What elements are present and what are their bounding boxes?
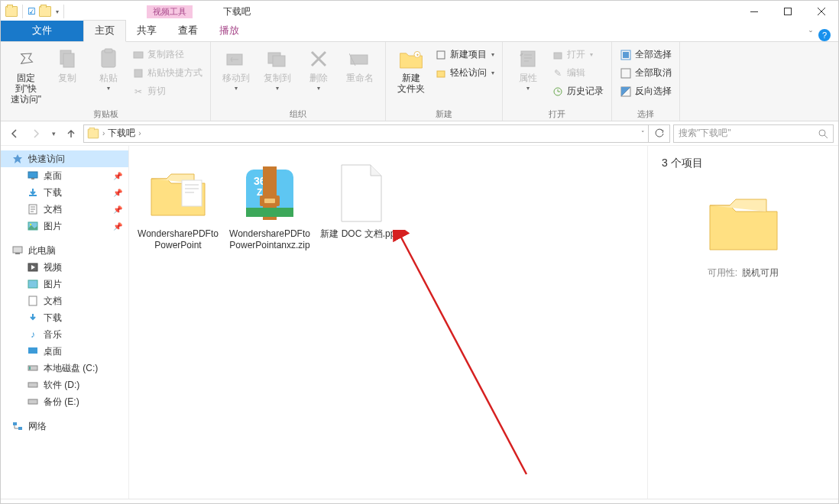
pin-label: 固定到"快 速访问" xyxy=(7,73,45,105)
minimize-button[interactable] xyxy=(737,1,771,22)
qat-open-icon[interactable] xyxy=(39,6,51,17)
rename-button[interactable]: 重命名 xyxy=(341,45,379,83)
content-area: WondersharePDFtoPowerPoint 360ZIP Wonder… xyxy=(129,146,838,499)
pin-to-quick-access-button[interactable]: 固定到"快 速访问" xyxy=(7,45,45,105)
address-bar: ▾ › 下载吧 › ˅ 搜索"下载吧" xyxy=(1,121,838,146)
label: 桌面 xyxy=(44,170,62,183)
sidebar-item-pictures-2[interactable]: 图片 xyxy=(1,276,128,292)
group-title-organize: 组织 xyxy=(290,107,306,121)
crumb-item[interactable]: 下载吧 xyxy=(108,127,135,140)
label: 桌面 xyxy=(44,345,62,358)
open-label: 打开 xyxy=(567,48,585,61)
maximize-button[interactable] xyxy=(771,1,805,22)
chevron-right-icon[interactable]: › xyxy=(138,129,141,137)
sidebar-item-disk-c[interactable]: 本地磁盘 (C:) xyxy=(1,360,128,376)
svg-rect-25 xyxy=(28,172,37,178)
sidebar-item-documents-2[interactable]: 文档 xyxy=(1,292,128,309)
invert-selection-button[interactable]: 反向选择 xyxy=(618,84,673,99)
file-item-folder[interactable]: WondersharePDFtoPowerPoint xyxy=(137,161,219,251)
new-folder-button[interactable]: ✦ 新建 文件夹 xyxy=(392,45,430,94)
paste-button[interactable]: 粘贴 ▾ xyxy=(89,45,128,92)
label: 图片 xyxy=(44,278,62,291)
pin-icon: 📌 xyxy=(113,205,122,214)
sidebar-item-disk-e[interactable]: 备份 (E:) xyxy=(1,393,128,410)
select-none-button[interactable]: 全部取消 xyxy=(618,66,673,80)
availability-row: 可用性:脱机可用 xyxy=(662,267,824,279)
tab-file[interactable]: 文件 xyxy=(1,21,83,41)
ribbon-group-organize: 移动到▾ 复制到▾ 删除▾ 重命名 组织 xyxy=(211,42,386,121)
sidebar-item-disk-d[interactable]: 软件 (D:) xyxy=(1,376,128,393)
forward-button[interactable] xyxy=(27,124,45,143)
sidebar-item-pictures[interactable]: 图片📌 xyxy=(1,218,128,234)
path-dropdown-icon[interactable]: ˅ xyxy=(641,130,645,137)
sidebar-item-network[interactable]: 网络 xyxy=(1,418,128,435)
group-title-select: 选择 xyxy=(637,107,654,121)
ribbon-group-new: ✦ 新建 文件夹 新建项目▾ 轻松访问▾ 新建 xyxy=(386,42,503,121)
file-item-pptx[interactable]: 新建 DOC 文档.pptx xyxy=(320,161,403,240)
qat-dropdown-icon[interactable]: ▾ xyxy=(56,8,59,15)
ribbon-group-open: 属性▾ 打开▾ ✎编辑 历史记录 打开 xyxy=(503,42,612,121)
delete-button[interactable]: 删除▾ xyxy=(300,45,338,92)
sidebar-item-downloads[interactable]: 下载📌 xyxy=(1,184,128,201)
label: 备份 (E:) xyxy=(44,396,79,409)
properties-button[interactable]: 属性▾ xyxy=(509,45,547,92)
tab-share[interactable]: 共享 xyxy=(126,21,167,41)
label: 快速访问 xyxy=(28,153,65,166)
sidebar-item-desktop-2[interactable]: 桌面 xyxy=(1,343,128,360)
file-item-zip[interactable]: 360ZIP WondersharePDFtoPowerPointanxz.zi… xyxy=(228,161,311,251)
sidebar-item-videos[interactable]: 视频 xyxy=(1,259,128,276)
search-input[interactable]: 搜索"下载吧" xyxy=(673,124,834,143)
svg-line-50 xyxy=(400,234,526,474)
svg-rect-6 xyxy=(134,52,143,58)
svg-rect-10 xyxy=(273,56,285,66)
move-to-button[interactable]: 移动到▾ xyxy=(217,45,255,92)
edit-button[interactable]: ✎编辑 xyxy=(550,66,605,80)
tab-play[interactable]: 播放 xyxy=(209,21,250,41)
svg-rect-39 xyxy=(28,399,37,404)
sidebar-item-documents[interactable]: 文档📌 xyxy=(1,201,128,218)
svg-rect-3 xyxy=(63,53,74,67)
ribbon-group-select: 全部选择 全部取消 反向选择 选择 xyxy=(612,42,680,121)
folder-icon xyxy=(88,128,99,138)
copy-path-button[interactable]: 复制路径 xyxy=(131,47,204,62)
help-icon[interactable]: ? xyxy=(818,29,831,41)
easy-access-button[interactable]: 轻松访问▾ xyxy=(433,66,496,80)
history-button[interactable]: 历史记录 xyxy=(550,84,605,99)
tab-view[interactable]: 查看 xyxy=(167,21,209,41)
breadcrumb-path[interactable]: › 下载吧 › ˅ xyxy=(83,124,649,143)
file-label: WondersharePDFtoPowerPoint xyxy=(137,228,219,251)
item-count: 3 个项目 xyxy=(662,157,824,170)
svg-rect-41 xyxy=(18,427,22,430)
label: 此电脑 xyxy=(28,244,56,257)
paste-shortcut-button[interactable]: 粘贴快捷方式 xyxy=(131,66,204,80)
open-button[interactable]: 打开▾ xyxy=(550,47,605,62)
select-all-button[interactable]: 全部选择 xyxy=(618,47,673,62)
up-button[interactable] xyxy=(62,124,80,143)
zip-icon: 360ZIP xyxy=(238,161,302,225)
sidebar-item-downloads-2[interactable]: 下载 xyxy=(1,309,128,326)
new-folder-label: 新建 文件夹 xyxy=(397,73,425,94)
copy-button[interactable]: 复制 xyxy=(48,45,86,83)
back-button[interactable] xyxy=(5,124,24,143)
sidebar-item-desktop[interactable]: 桌面📌 xyxy=(1,167,128,184)
cut-button[interactable]: ✂剪切 xyxy=(131,84,204,99)
refresh-button[interactable] xyxy=(649,124,670,143)
delete-label: 删除 xyxy=(309,73,328,83)
label: 文档 xyxy=(44,203,62,216)
tab-home[interactable]: 主页 xyxy=(83,20,126,42)
title-bar: ☑ ▾ 视频工具 下载吧 xyxy=(1,1,838,22)
recent-dropdown[interactable]: ▾ xyxy=(48,124,59,143)
sidebar-item-music[interactable]: ♪音乐 xyxy=(1,326,128,343)
document-icon xyxy=(329,161,394,225)
move-to-label: 移动到 xyxy=(222,73,250,83)
chevron-right-icon[interactable]: › xyxy=(102,129,105,137)
sidebar-item-this-pc[interactable]: 此电脑 xyxy=(1,242,128,259)
sidebar-item-quick-access[interactable]: 快速访问 xyxy=(1,150,128,167)
close-button[interactable] xyxy=(805,1,838,22)
qat-checkbox-icon[interactable]: ☑ xyxy=(28,6,36,17)
minimize-ribbon-icon[interactable]: ˇ xyxy=(809,30,812,40)
file-list[interactable]: WondersharePDFtoPowerPoint 360ZIP Wonder… xyxy=(129,146,647,499)
label: 音乐 xyxy=(44,328,62,341)
copy-to-button[interactable]: 复制到▾ xyxy=(258,45,296,92)
new-item-button[interactable]: 新建项目▾ xyxy=(433,47,496,62)
